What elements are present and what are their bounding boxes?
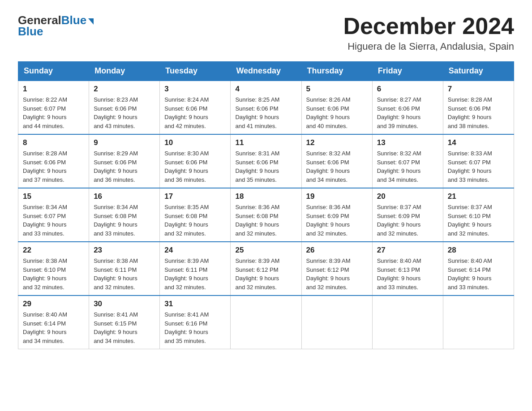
day-number: 11: [235, 138, 296, 147]
logo-blue-line: Blue: [18, 25, 43, 39]
calendar-cell: 3Sunrise: 8:24 AMSunset: 6:06 PMDaylight…: [160, 81, 231, 134]
day-info: Sunrise: 8:40 AMSunset: 6:14 PMDaylight:…: [448, 257, 509, 291]
calendar-cell: 27Sunrise: 8:40 AMSunset: 6:13 PMDayligh…: [372, 242, 443, 295]
day-info: Sunrise: 8:31 AMSunset: 6:06 PMDaylight:…: [235, 149, 296, 184]
day-info: Sunrise: 8:40 AMSunset: 6:14 PMDaylight:…: [23, 310, 84, 345]
day-info: Sunrise: 8:34 AMSunset: 6:08 PMDaylight:…: [94, 203, 155, 238]
day-info: Sunrise: 8:37 AMSunset: 6:10 PMDaylight:…: [448, 203, 509, 238]
day-info: Sunrise: 8:27 AMSunset: 6:06 PMDaylight:…: [377, 95, 438, 130]
calendar-cell: 13Sunrise: 8:32 AMSunset: 6:07 PMDayligh…: [372, 134, 443, 188]
day-info: Sunrise: 8:41 AMSunset: 6:15 PMDaylight:…: [94, 310, 155, 345]
calendar-cell: 30Sunrise: 8:41 AMSunset: 6:15 PMDayligh…: [89, 295, 160, 349]
day-number: 28: [448, 246, 509, 255]
day-number: 30: [94, 300, 155, 308]
week-row-2: 8Sunrise: 8:28 AMSunset: 6:06 PMDaylight…: [18, 134, 514, 188]
calendar-cell: 28Sunrise: 8:40 AMSunset: 6:14 PMDayligh…: [443, 242, 514, 295]
day-number: 2: [94, 85, 155, 94]
day-info: Sunrise: 8:25 AMSunset: 6:06 PMDaylight:…: [235, 95, 296, 130]
day-info: Sunrise: 8:28 AMSunset: 6:06 PMDaylight:…: [448, 95, 509, 130]
calendar-cell: 6Sunrise: 8:27 AMSunset: 6:06 PMDaylight…: [372, 81, 443, 134]
day-number: 19: [306, 192, 368, 201]
calendar-cell: [372, 295, 443, 349]
day-number: 15: [23, 192, 84, 201]
calendar-header: SundayMondayTuesdayWednesdayThursdayFrid…: [18, 62, 514, 81]
logo-blue-text: Blue: [61, 13, 86, 27]
day-info: Sunrise: 8:36 AMSunset: 6:09 PMDaylight:…: [306, 203, 368, 238]
calendar-cell: 5Sunrise: 8:26 AMSunset: 6:06 PMDaylight…: [301, 81, 372, 134]
calendar-cell: 24Sunrise: 8:39 AMSunset: 6:11 PMDayligh…: [160, 242, 231, 295]
calendar-body: 1Sunrise: 8:22 AMSunset: 6:07 PMDaylight…: [18, 81, 514, 349]
month-title: December 2024: [343, 13, 514, 39]
day-number: 7: [448, 85, 509, 94]
header-cell-saturday: Saturday: [443, 62, 514, 81]
day-number: 16: [94, 192, 155, 201]
day-info: Sunrise: 8:23 AMSunset: 6:06 PMDaylight:…: [94, 95, 155, 130]
day-info: Sunrise: 8:39 AMSunset: 6:12 PMDaylight:…: [235, 257, 296, 291]
day-info: Sunrise: 8:28 AMSunset: 6:06 PMDaylight:…: [23, 149, 84, 184]
day-info: Sunrise: 8:40 AMSunset: 6:13 PMDaylight:…: [377, 257, 438, 291]
day-number: 1: [23, 85, 84, 94]
day-number: 6: [377, 85, 438, 94]
calendar-cell: 1Sunrise: 8:22 AMSunset: 6:07 PMDaylight…: [18, 81, 89, 134]
day-info: Sunrise: 8:30 AMSunset: 6:06 PMDaylight:…: [164, 149, 226, 184]
day-number: 22: [23, 246, 84, 255]
logo-arrow-icon: [88, 18, 94, 25]
day-number: 5: [306, 85, 368, 94]
day-info: Sunrise: 8:26 AMSunset: 6:06 PMDaylight:…: [306, 95, 368, 130]
calendar-cell: 10Sunrise: 8:30 AMSunset: 6:06 PMDayligh…: [160, 134, 231, 188]
day-number: 27: [377, 246, 438, 255]
calendar-cell: 21Sunrise: 8:37 AMSunset: 6:10 PMDayligh…: [443, 188, 514, 242]
week-row-1: 1Sunrise: 8:22 AMSunset: 6:07 PMDaylight…: [18, 81, 514, 134]
calendar-cell: 29Sunrise: 8:40 AMSunset: 6:14 PMDayligh…: [18, 295, 89, 349]
calendar-cell: [231, 295, 301, 349]
day-info: Sunrise: 8:38 AMSunset: 6:11 PMDaylight:…: [94, 257, 155, 291]
day-number: 14: [448, 138, 509, 147]
day-number: 23: [94, 246, 155, 255]
header-cell-monday: Monday: [89, 62, 160, 81]
calendar-cell: 7Sunrise: 8:28 AMSunset: 6:06 PMDaylight…: [443, 81, 514, 134]
location-title: Higuera de la Sierra, Andalusia, Spain: [343, 41, 514, 52]
calendar-cell: 12Sunrise: 8:32 AMSunset: 6:06 PMDayligh…: [301, 134, 372, 188]
header-cell-wednesday: Wednesday: [231, 62, 301, 81]
calendar-cell: 26Sunrise: 8:39 AMSunset: 6:12 PMDayligh…: [301, 242, 372, 295]
day-info: Sunrise: 8:38 AMSunset: 6:10 PMDaylight:…: [23, 257, 84, 291]
calendar-cell: 4Sunrise: 8:25 AMSunset: 6:06 PMDaylight…: [231, 81, 301, 134]
day-number: 9: [94, 138, 155, 147]
calendar-cell: 16Sunrise: 8:34 AMSunset: 6:08 PMDayligh…: [89, 188, 160, 242]
day-info: Sunrise: 8:39 AMSunset: 6:11 PMDaylight:…: [164, 257, 226, 291]
header-cell-friday: Friday: [372, 62, 443, 81]
calendar-cell: 20Sunrise: 8:37 AMSunset: 6:09 PMDayligh…: [372, 188, 443, 242]
day-number: 26: [306, 246, 368, 255]
calendar-cell: 22Sunrise: 8:38 AMSunset: 6:10 PMDayligh…: [18, 242, 89, 295]
calendar-table: SundayMondayTuesdayWednesdayThursdayFrid…: [18, 61, 514, 349]
calendar-cell: 15Sunrise: 8:34 AMSunset: 6:07 PMDayligh…: [18, 188, 89, 242]
title-area: December 2024 Higuera de la Sierra, Anda…: [343, 13, 514, 52]
header-cell-thursday: Thursday: [301, 62, 372, 81]
header-cell-sunday: Sunday: [18, 62, 89, 81]
calendar-cell: 14Sunrise: 8:33 AMSunset: 6:07 PMDayligh…: [443, 134, 514, 188]
calendar-cell: [443, 295, 514, 349]
day-number: 8: [23, 138, 84, 147]
day-number: 13: [377, 138, 438, 147]
day-number: 18: [235, 192, 296, 201]
calendar-cell: 8Sunrise: 8:28 AMSunset: 6:06 PMDaylight…: [18, 134, 89, 188]
week-row-5: 29Sunrise: 8:40 AMSunset: 6:14 PMDayligh…: [18, 295, 514, 349]
day-info: Sunrise: 8:37 AMSunset: 6:09 PMDaylight:…: [377, 203, 438, 238]
day-number: 29: [23, 300, 84, 308]
calendar-cell: 23Sunrise: 8:38 AMSunset: 6:11 PMDayligh…: [89, 242, 160, 295]
day-info: Sunrise: 8:24 AMSunset: 6:06 PMDaylight:…: [164, 95, 226, 130]
calendar-cell: 2Sunrise: 8:23 AMSunset: 6:06 PMDaylight…: [89, 81, 160, 134]
day-number: 3: [164, 85, 226, 94]
day-number: 12: [306, 138, 368, 147]
day-info: Sunrise: 8:34 AMSunset: 6:07 PMDaylight:…: [23, 203, 84, 238]
day-info: Sunrise: 8:32 AMSunset: 6:07 PMDaylight:…: [377, 149, 438, 184]
day-info: Sunrise: 8:36 AMSunset: 6:08 PMDaylight:…: [235, 203, 296, 238]
calendar-cell: 25Sunrise: 8:39 AMSunset: 6:12 PMDayligh…: [231, 242, 301, 295]
day-info: Sunrise: 8:32 AMSunset: 6:06 PMDaylight:…: [306, 149, 368, 184]
day-info: Sunrise: 8:39 AMSunset: 6:12 PMDaylight:…: [306, 257, 368, 291]
day-number: 17: [164, 192, 226, 201]
day-number: 24: [164, 246, 226, 255]
day-number: 25: [235, 246, 296, 255]
week-row-4: 22Sunrise: 8:38 AMSunset: 6:10 PMDayligh…: [18, 242, 514, 295]
week-row-3: 15Sunrise: 8:34 AMSunset: 6:07 PMDayligh…: [18, 188, 514, 242]
